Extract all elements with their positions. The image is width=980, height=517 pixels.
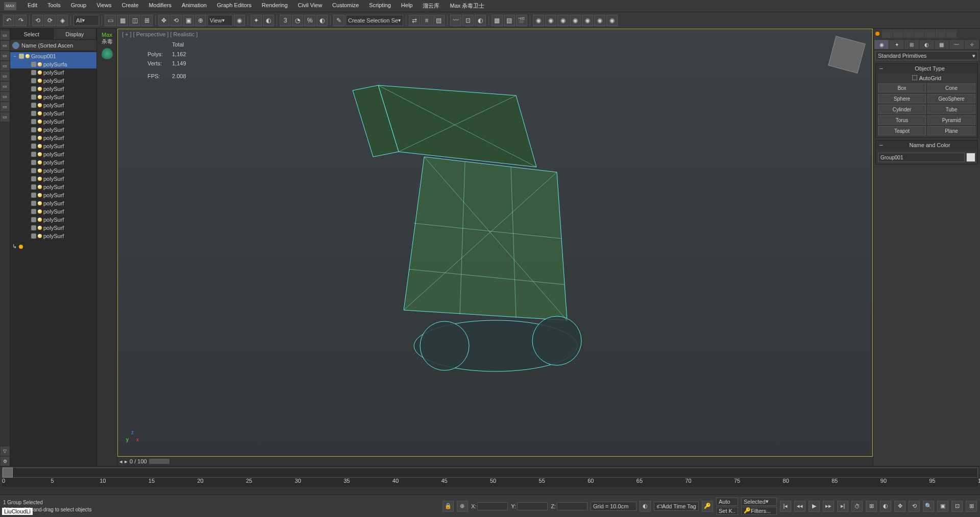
tab-utilities[interactable]: 〰 [949, 40, 964, 49]
cmd-top-6[interactable] [936, 30, 946, 38]
create-torus-button[interactable]: Torus [878, 115, 926, 125]
cmd-top-7[interactable] [946, 30, 957, 38]
tree-node-child[interactable]: polySurf [10, 68, 96, 77]
render-frame-button[interactable]: ▧ [504, 15, 515, 26]
menu-max-杀毒卫士[interactable]: Max 杀毒卫士 [445, 1, 489, 11]
create-cone-button[interactable]: Cone [927, 83, 975, 92]
autogrid-checkbox[interactable] [912, 75, 917, 80]
menu-溜云库[interactable]: 溜云库 [418, 1, 445, 11]
link-button[interactable]: ⟲ [32, 15, 43, 26]
left-tool-6[interactable]: ▭ [1, 82, 10, 91]
tree-node-child[interactable]: polySurf [10, 118, 96, 126]
window-crossing-button[interactable]: ⊞ [141, 15, 153, 26]
viewport-label[interactable]: [ + ] [ Perspective ] [ Realistic ] [122, 31, 198, 37]
left-tool-3[interactable]: ▭ [1, 51, 10, 60]
create-pyramid-button[interactable]: Pyramid [927, 115, 975, 125]
nav-3-button[interactable]: ✥ [894, 501, 905, 512]
goto-start-button[interactable]: |◂ [780, 501, 791, 512]
left-tool-settings[interactable]: ⚙ [1, 457, 10, 466]
add-time-tag[interactable]: 🏷 Add Time Tag [654, 502, 699, 511]
schematic-view-button[interactable]: ⊡ [462, 15, 474, 26]
set-key-button[interactable]: Set K.. [716, 507, 738, 515]
tree-node-child[interactable]: polySurf [10, 77, 96, 85]
plugin-btn-4[interactable]: ◉ [570, 15, 581, 26]
tab-motion[interactable]: ◐ [919, 40, 934, 49]
menu-rendering[interactable]: Rendering [257, 1, 293, 11]
keymode-button[interactable]: ◐ [263, 15, 274, 26]
menu-civil-view[interactable]: Civil View [293, 1, 327, 11]
tree-node-child[interactable]: polySurf [10, 158, 96, 167]
coord-y-input[interactable] [517, 502, 548, 510]
create-tube-button[interactable]: Tube [927, 105, 975, 114]
create-plane-button[interactable]: Plane [927, 126, 975, 135]
tree-node-child[interactable]: polySurf [10, 199, 96, 207]
tree-node-child[interactable]: polySurf [10, 142, 96, 150]
tree-node-child[interactable]: polySurfa [10, 60, 96, 68]
select-name-button[interactable]: ▦ [117, 15, 128, 26]
mirror-button[interactable]: ⇄ [409, 15, 420, 26]
tree-node-child[interactable]: polySurf [10, 150, 96, 158]
select-region-button[interactable]: ◫ [129, 15, 140, 26]
refcoord-dropdown[interactable]: View ▾ [207, 15, 233, 26]
snap-toggle-button[interactable]: 3 [280, 15, 291, 26]
plugin-btn-3[interactable]: ◉ [557, 15, 569, 26]
time-ruler[interactable]: 0510152025303540455055606570758085909510… [2, 478, 978, 487]
tree-node-child[interactable]: polySurf [10, 232, 96, 240]
left-tool-4[interactable]: ▭ [1, 61, 10, 70]
unlink-button[interactable]: ⟳ [44, 15, 56, 26]
menu-group[interactable]: Group [66, 1, 92, 11]
key-filter-selected[interactable]: Selected ▾ [741, 498, 777, 506]
object-name-input[interactable] [878, 153, 965, 162]
curve-editor-button[interactable]: 〰 [450, 15, 461, 26]
tree-node-child[interactable]: polySurf [10, 85, 96, 93]
left-tool-7[interactable]: ▭ [1, 92, 10, 101]
select-object-button[interactable]: ▭ [105, 15, 116, 26]
scale-button[interactable]: ▣ [183, 15, 194, 26]
plugin-btn-7[interactable]: ◉ [606, 15, 618, 26]
plugin-btn-1[interactable]: ◉ [533, 15, 544, 26]
tree-node-child[interactable]: polySurf [10, 101, 96, 109]
angle-snap-button[interactable]: ◔ [292, 15, 303, 26]
nav-2-button[interactable]: ◐ [880, 501, 891, 512]
create-geosphere-button[interactable]: GeoSphere [927, 94, 975, 103]
create-teapot-button[interactable]: Teapot [878, 126, 926, 135]
percent-snap-button[interactable]: % [304, 15, 315, 26]
tree-node-child[interactable]: polySurf [10, 93, 96, 101]
menu-modifiers[interactable]: Modifiers [143, 1, 177, 11]
tree-node-child[interactable]: polySurf [10, 134, 96, 142]
color-swatch[interactable] [966, 153, 975, 162]
tree-node-child[interactable]: polySurf [10, 191, 96, 199]
perspective-viewport[interactable]: [ + ] [ Perspective ] [ Realistic ] Tota… [117, 29, 873, 457]
nav-6-button[interactable]: ▣ [937, 501, 948, 512]
menu-scripting[interactable]: Scripting [364, 1, 396, 11]
nav-5-button[interactable]: 🔍 [923, 501, 934, 512]
spinner-snap-button[interactable]: ◐ [316, 15, 328, 26]
create-category-dropdown[interactable]: Standard Primitives▾ [875, 51, 978, 60]
plugin-btn-2[interactable]: ◉ [545, 15, 556, 26]
left-tool-2[interactable]: ▭ [1, 41, 10, 50]
cmd-top-5[interactable] [925, 30, 935, 38]
named-sel-edit-button[interactable]: ✎ [333, 15, 345, 26]
left-tool-filter[interactable]: ▽ [1, 447, 10, 456]
time-slider[interactable] [2, 467, 978, 478]
menu-help[interactable]: Help [396, 1, 418, 11]
menu-create[interactable]: Create [116, 1, 143, 11]
tree-node-child[interactable]: polySurf [10, 216, 96, 224]
selection-filter-dropdown[interactable]: All ▾ [74, 15, 99, 26]
coord-z-input[interactable] [557, 502, 587, 510]
rollout-header-objtype[interactable]: −Object Type [876, 64, 977, 73]
abs-rel-toggle[interactable]: ⊕ [457, 501, 468, 512]
menu-tools[interactable]: Tools [42, 1, 66, 11]
menu-graph-editors[interactable]: Graph Editors [212, 1, 257, 11]
time-config-button[interactable]: ⏱ [851, 501, 863, 512]
create-sphere-button[interactable]: Sphere [878, 94, 926, 103]
move-button[interactable]: ✥ [158, 15, 169, 26]
key-filters-button[interactable]: 🔑 Filters... [741, 507, 777, 515]
placement-button[interactable]: ⊕ [195, 15, 206, 26]
material-editor-button[interactable]: ◐ [475, 15, 486, 26]
left-tool-8[interactable]: ▭ [1, 102, 10, 111]
menu-edit[interactable]: Edit [22, 1, 42, 11]
auto-key-button[interactable]: Auto [716, 498, 738, 506]
menu-animation[interactable]: Animation [177, 1, 212, 11]
time-slider-knob[interactable] [3, 467, 13, 478]
